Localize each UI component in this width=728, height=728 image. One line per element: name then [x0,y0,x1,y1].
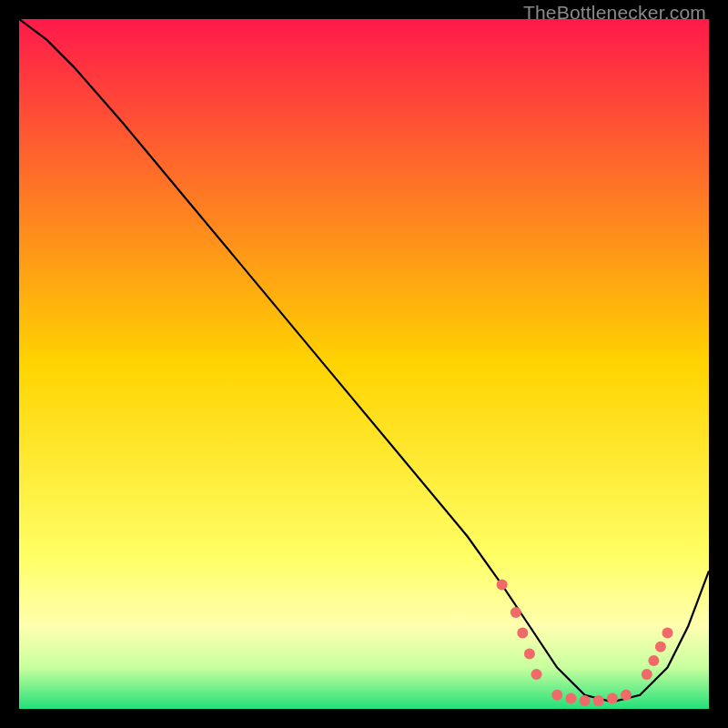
marker-dot [593,695,604,706]
marker-dot [662,628,673,639]
marker-dot [531,669,542,680]
bottleneck-chart [19,19,709,709]
marker-dot [621,690,632,701]
marker-dot [580,695,591,706]
watermark-text: TheBottleneсker.com [523,2,706,24]
marker-dot [511,607,521,618]
marker-dot [497,580,508,591]
chart-frame [19,19,709,709]
marker-dot [517,628,528,639]
marker-dot [551,690,562,701]
marker-dot [607,693,618,704]
marker-dot [655,642,666,652]
marker-dot [642,669,652,680]
marker-dot [565,693,576,704]
marker-dot [648,655,659,666]
marker-dot [524,648,535,659]
